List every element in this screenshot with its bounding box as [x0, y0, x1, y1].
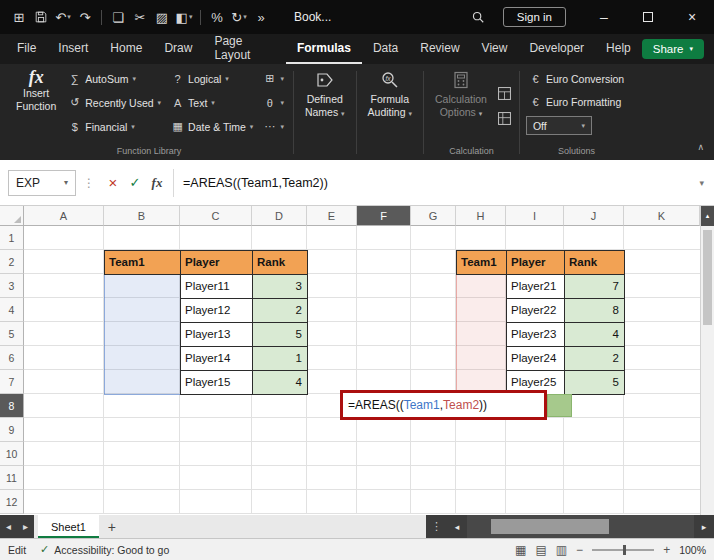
tab-insert[interactable]: Insert: [47, 34, 99, 64]
logical-button[interactable]: ? Logical ▾: [168, 67, 256, 90]
enter-button[interactable]: ✓: [124, 170, 146, 196]
save-icon[interactable]: [30, 4, 52, 30]
tab-home[interactable]: Home: [99, 34, 153, 64]
calculate-now-icon[interactable]: [496, 85, 513, 102]
close-button[interactable]: ×: [670, 0, 714, 34]
tab-view[interactable]: View: [471, 34, 519, 64]
column-header-a[interactable]: A: [24, 206, 104, 226]
prev-sheet-icon[interactable]: ◂: [0, 515, 17, 538]
expand-formula-bar-icon[interactable]: ▾: [699, 178, 706, 188]
next-sheet-icon[interactable]: ▸: [17, 515, 34, 538]
more-commands-icon[interactable]: »: [250, 4, 272, 30]
accessibility-status[interactable]: Accessibility: Good to go: [54, 544, 169, 556]
maximize-button[interactable]: [626, 0, 670, 34]
scroll-left-icon[interactable]: ◂: [447, 522, 467, 532]
cell-i5[interactable]: Player23: [506, 322, 565, 347]
sign-in-button[interactable]: Sign in: [503, 7, 566, 27]
cell-d7[interactable]: 4: [252, 370, 308, 395]
column-header-k[interactable]: K: [624, 206, 700, 226]
share-button[interactable]: Share ▾: [642, 39, 704, 59]
more-functions-button[interactable]: ⋯ ▾: [260, 115, 287, 138]
row-header-11[interactable]: 11: [0, 466, 24, 490]
row-header-7[interactable]: 7: [0, 370, 24, 394]
euro-formatting-button[interactable]: € Euro Formatting: [526, 90, 627, 113]
row-header-8[interactable]: 8: [0, 394, 24, 418]
row-header-3[interactable]: 3: [0, 274, 24, 298]
tab-data[interactable]: Data: [362, 34, 409, 64]
column-header-d[interactable]: D: [252, 206, 307, 226]
euro-off-dropdown[interactable]: Off ▾: [526, 116, 592, 135]
zoom-level[interactable]: 100%: [679, 544, 706, 556]
cell-c6[interactable]: Player14: [180, 346, 253, 371]
scroll-up-icon[interactable]: ▴: [701, 206, 714, 226]
column-header-b[interactable]: B: [104, 206, 180, 226]
row-header-10[interactable]: 10: [0, 442, 24, 466]
add-sheet-button[interactable]: +: [99, 515, 125, 538]
picture-icon[interactable]: ▨: [151, 4, 173, 30]
tab-review[interactable]: Review: [409, 34, 470, 64]
refresh-icon[interactable]: ↻▾: [228, 4, 250, 30]
name-box[interactable]: EXP ▾: [8, 170, 76, 196]
text-button[interactable]: A Text ▾: [168, 91, 256, 114]
cell-j2[interactable]: Rank: [564, 250, 625, 275]
horizontal-scroll-thumb[interactable]: [491, 519, 609, 534]
column-header-g[interactable]: G: [411, 206, 456, 226]
tab-help[interactable]: Help: [595, 34, 642, 64]
cell-j4[interactable]: 8: [564, 298, 625, 323]
insert-function-button[interactable]: fx Insert Function: [11, 67, 61, 144]
recently-used-button[interactable]: ↺ Recently Used ▾: [65, 91, 164, 114]
cell-j6[interactable]: 2: [564, 346, 625, 371]
minimize-button[interactable]: –: [582, 0, 626, 34]
formula-auditing-button[interactable]: fx Formula Auditing ▾: [363, 67, 417, 160]
search-icon[interactable]: [467, 4, 489, 30]
tab-page-layout[interactable]: Page Layout: [203, 34, 285, 64]
vertical-scrollbar[interactable]: ▴: [700, 206, 714, 515]
column-header-f[interactable]: F: [357, 206, 411, 226]
page-layout-view-icon[interactable]: ▤: [535, 543, 546, 557]
row-header-2[interactable]: 2: [0, 250, 24, 274]
column-header-c[interactable]: C: [180, 206, 252, 226]
column-header-i[interactable]: I: [506, 206, 564, 226]
cell-c5[interactable]: Player13: [180, 322, 253, 347]
formula-input[interactable]: =AREAS((Team1,Team2)): [183, 176, 328, 190]
zoom-slider-thumb[interactable]: [623, 545, 626, 555]
euro-conversion-button[interactable]: € Euro Conversion: [526, 67, 627, 90]
calculation-options-button[interactable]: Calculation Options ▾: [430, 67, 492, 144]
cell-h2[interactable]: Team1: [456, 250, 507, 275]
row-header-6[interactable]: 6: [0, 346, 24, 370]
defined-names-button[interactable]: Defined Names ▾: [300, 67, 350, 160]
format-painter-icon[interactable]: ◧▾: [173, 4, 195, 30]
percent-icon[interactable]: %: [206, 4, 228, 30]
zoom-slider[interactable]: [592, 549, 654, 551]
tab-developer[interactable]: Developer: [518, 34, 595, 64]
date-time-button[interactable]: ▦ Date & Time ▾: [168, 115, 256, 138]
tab-formulas[interactable]: Formulas: [286, 34, 362, 64]
column-header-e[interactable]: E: [307, 206, 357, 226]
sheet-tab-sheet1[interactable]: Sheet1: [38, 515, 99, 538]
column-header-h[interactable]: H: [456, 206, 506, 226]
financial-button[interactable]: $ Financial ▾: [65, 115, 164, 138]
cell-i6[interactable]: Player24: [506, 346, 565, 371]
cell-b2[interactable]: Team1: [104, 250, 181, 275]
normal-view-icon[interactable]: ▦: [515, 543, 526, 557]
row-header-9[interactable]: 9: [0, 418, 24, 442]
row-header-1[interactable]: 1: [0, 226, 24, 250]
autosum-button[interactable]: ∑ AutoSum ▾: [65, 67, 164, 90]
cell-c3[interactable]: Player11: [180, 274, 253, 299]
select-all-corner[interactable]: [0, 206, 24, 226]
horizontal-scrollbar[interactable]: ◂ ▸: [447, 515, 714, 538]
cell-j5[interactable]: 4: [564, 322, 625, 347]
row-header-12[interactable]: 12: [0, 490, 24, 514]
cell-j7[interactable]: 5: [564, 370, 625, 395]
cell-c4[interactable]: Player12: [180, 298, 253, 323]
tab-draw[interactable]: Draw: [153, 34, 203, 64]
cell-j3[interactable]: 7: [564, 274, 625, 299]
tab-scroll-splitter[interactable]: ⋮: [426, 515, 447, 538]
undo-icon[interactable]: ↶▾: [52, 4, 74, 30]
cut-icon[interactable]: ✂: [129, 4, 151, 30]
cell-i3[interactable]: Player21: [506, 274, 565, 299]
excel-logo-icon[interactable]: ⊞: [8, 4, 30, 30]
row-header-5[interactable]: 5: [0, 322, 24, 346]
collapse-ribbon-icon[interactable]: ∧: [697, 142, 704, 152]
cancel-button[interactable]: ×: [102, 170, 124, 196]
